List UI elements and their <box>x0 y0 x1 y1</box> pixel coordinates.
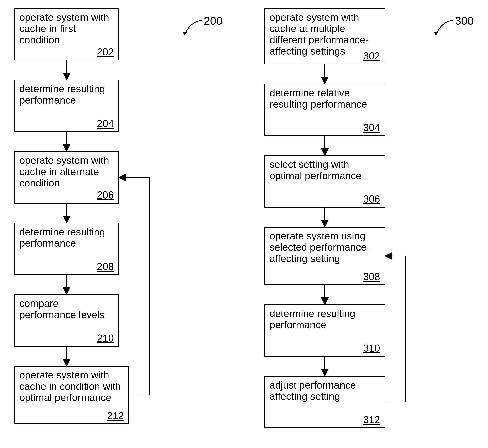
box-text: operate system with cache in condition w… <box>19 369 121 403</box>
flowchart-box-306: select setting with optimal performance … <box>264 155 385 208</box>
box-text: operate system with cache at multiple di… <box>270 12 369 57</box>
box-ref: 308 <box>363 271 380 282</box>
box-ref: 304 <box>363 122 380 133</box>
flowchart-box-204: determine resulting performance 204 <box>14 80 119 132</box>
flowchart-box-312: adjust performance-affecting setting 312 <box>264 376 385 428</box>
svg-marker-1 <box>434 32 438 35</box>
box-ref: 208 <box>97 261 114 272</box>
box-text: select setting with optimal performance <box>270 159 362 181</box>
svg-marker-0 <box>182 32 187 35</box>
flowchart-box-206: operate system with cache in alternate c… <box>14 151 119 204</box>
box-text: operate system using selected performanc… <box>270 230 370 264</box>
flowchart-box-212: operate system with cache in condition w… <box>14 366 129 424</box>
figure-label-200-text: 200 <box>204 14 223 27</box>
figure-label-300-text: 300 <box>455 14 474 27</box>
box-text: compare performance levels <box>19 298 105 320</box>
box-text: operate system with cache in first condi… <box>19 12 109 46</box>
box-text: operate system with cache in alternate c… <box>19 155 109 189</box>
box-ref: 310 <box>363 343 380 354</box>
box-ref: 204 <box>97 118 114 129</box>
box-text: determine resulting performance <box>270 308 355 330</box>
box-text: adjust performance-affecting setting <box>270 379 359 402</box>
box-text: determine resulting performance <box>19 83 105 106</box>
box-ref: 306 <box>363 193 380 205</box>
box-ref: 202 <box>97 46 114 58</box>
flowchart-box-304: determine relative resulting performance… <box>264 84 385 136</box>
box-ref: 302 <box>363 50 380 62</box>
flowchart-box-308: operate system using selected performanc… <box>264 227 385 285</box>
box-ref: 212 <box>107 410 124 421</box>
flowchart-box-208: determine resulting performance 208 <box>14 223 119 275</box>
box-text: determine resulting performance <box>19 226 105 249</box>
flowchart-box-210: compare performance levels 210 <box>14 294 119 347</box>
box-ref: 312 <box>363 414 380 425</box>
box-ref: 210 <box>97 333 114 344</box>
box-ref: 206 <box>97 189 114 201</box>
box-text: determine relative resulting performance <box>270 87 367 110</box>
flowchart-box-310: determine resulting performance 310 <box>264 304 385 357</box>
diagram-canvas: operate system with cache in first condi… <box>0 0 488 448</box>
flowchart-box-202: operate system with cache in first condi… <box>14 8 119 60</box>
flowchart-box-302: operate system with cache at multiple di… <box>264 8 385 64</box>
